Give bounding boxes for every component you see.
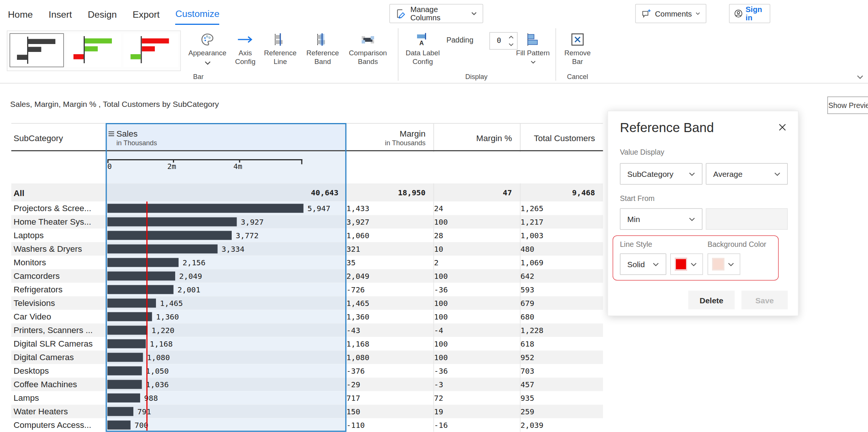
- bar-style-thumbnail-red-green[interactable]: [124, 33, 178, 67]
- sales-value-label: 2,001: [177, 283, 200, 297]
- padding-input[interactable]: [496, 36, 509, 46]
- row-sales-cell: 2,001: [106, 283, 347, 297]
- delete-button[interactable]: Delete: [688, 291, 735, 310]
- manage-columns-button[interactable]: Manage Columns: [390, 4, 483, 23]
- value-display-aggregation-dropdown[interactable]: Average: [706, 163, 788, 185]
- ribbon-separator: [398, 28, 399, 81]
- menu-home[interactable]: Home: [8, 3, 33, 24]
- save-button[interactable]: Save: [741, 291, 788, 310]
- table-row[interactable]: Washers & Dryers 3,334 321 10 480: [11, 242, 603, 256]
- start-from-value-input[interactable]: [706, 208, 788, 230]
- table-row[interactable]: Projectors & Scree... 5,947 1,433 24 1,2…: [11, 202, 603, 215]
- background-color-label: Background Color: [708, 240, 766, 249]
- background-color-dropdown[interactable]: [708, 254, 740, 275]
- chevron-down-icon: [472, 12, 477, 15]
- close-icon[interactable]: [778, 123, 787, 132]
- row-margin: -29: [347, 378, 434, 391]
- table-row[interactable]: Digital SLR Cameras 1,168 1,168 100 618: [11, 337, 603, 351]
- show-preview-button[interactable]: Show Preview: [827, 97, 868, 114]
- table-row[interactable]: Monitors 2,156 35 2 1,069: [11, 256, 603, 269]
- row-customers: 618: [520, 337, 603, 351]
- sales-value-label: 1,465: [160, 297, 183, 310]
- header-margin[interactable]: Margin in Thousands: [347, 124, 434, 152]
- header-sales-subtitle: in Thousands: [108, 139, 347, 147]
- comparison-bands-button[interactable]: Comparison Bands: [344, 32, 392, 66]
- sales-bar: [107, 312, 152, 321]
- padding-stepper[interactable]: [489, 32, 518, 50]
- table-header: SubCategory Sales in Thousands Margin in…: [11, 123, 603, 152]
- row-margin: 1,060: [347, 229, 434, 242]
- header-total-customers[interactable]: Total Customers: [520, 124, 603, 152]
- sales-value-label: 3,772: [236, 229, 259, 242]
- svg-text:A: A: [419, 40, 424, 46]
- remove-bar-button[interactable]: Remove Bar: [560, 32, 595, 66]
- sales-value-label: 3,927: [241, 215, 264, 229]
- table-row[interactable]: Desktops 1,050 -376 -36 703: [11, 364, 603, 378]
- sales-value-label: 2,049: [179, 269, 202, 283]
- table-row-all[interactable]: All 40,643 18,950 47 9,468: [11, 184, 603, 202]
- data-label-config-button[interactable]: A Data Label Config: [403, 32, 443, 66]
- line-style-dropdown[interactable]: Solid: [620, 254, 666, 275]
- table-row[interactable]: Water Heaters 791 150 19 259: [11, 405, 603, 418]
- table-row[interactable]: Refrigerators 2,001 -726 -36 593: [11, 283, 603, 297]
- row-sales-cell: 988: [106, 391, 347, 405]
- row-sales-cell: 2,156: [106, 256, 347, 269]
- menu-design[interactable]: Design: [88, 3, 117, 24]
- comments-button[interactable]: Comments: [635, 4, 706, 23]
- bar-style-thumbnail-gray[interactable]: [10, 33, 64, 67]
- table-row[interactable]: Televisions 1,465 1,465 100 679: [11, 297, 603, 310]
- value-display-field-dropdown[interactable]: SubCategory: [620, 163, 703, 185]
- chevron-down-icon: [774, 172, 781, 176]
- row-margin-pct: -36: [434, 283, 520, 297]
- row-margin: 1,080: [347, 351, 434, 364]
- menu-customize[interactable]: Customize: [176, 2, 220, 24]
- bar-style-thumbnail-green-red[interactable]: [67, 33, 121, 67]
- table-row[interactable]: Computers Access... 700 -110 -16 2,039: [11, 418, 603, 432]
- reference-band-button[interactable]: Reference Band: [305, 32, 341, 66]
- start-from-dropdown[interactable]: Min: [620, 208, 703, 230]
- row-category: All: [11, 184, 106, 202]
- reference-band-label: Reference Band: [305, 49, 341, 66]
- table-row[interactable]: Camcorders 2,049 2,049 100 642: [11, 269, 603, 283]
- fill-pattern-button[interactable]: Fill Pattern: [516, 32, 550, 66]
- sales-value-label: 1,168: [150, 337, 173, 351]
- line-color-dropdown[interactable]: [670, 254, 703, 275]
- drag-handle-icon[interactable]: [108, 131, 115, 136]
- axis-config-button[interactable]: Axis Config: [231, 32, 260, 66]
- appearance-button[interactable]: Appearance: [186, 32, 228, 68]
- header-margin-pct[interactable]: Margin %: [434, 124, 520, 152]
- data-label-config-label: Data Label Config: [403, 49, 443, 66]
- reference-line-button[interactable]: Reference Line: [262, 32, 298, 66]
- table-row[interactable]: Lamps 988 717 72 935: [11, 391, 603, 405]
- stepper-down-icon[interactable]: [509, 43, 514, 46]
- row-sales-cell: 1,036: [106, 378, 347, 391]
- line-color-swatch: [675, 258, 687, 271]
- row-sales-cell: 3,927: [106, 215, 347, 229]
- header-subcategory[interactable]: SubCategory: [11, 124, 106, 152]
- table-row[interactable]: Home Theater Sys... 3,927 3,927 100 1,21…: [11, 215, 603, 229]
- header-sales[interactable]: Sales in Thousands: [106, 124, 347, 152]
- row-sales-cell: 1,168: [106, 337, 347, 351]
- row-sales-cell: 40,643: [106, 184, 347, 202]
- stepper-up-icon[interactable]: [509, 36, 514, 39]
- row-margin-pct: 100: [434, 337, 520, 351]
- menu-export[interactable]: Export: [133, 3, 160, 24]
- menu-insert[interactable]: Insert: [49, 3, 72, 24]
- row-customers: 680: [520, 310, 603, 324]
- table-row[interactable]: Coffee Machines 1,036 -29 -3 457: [11, 378, 603, 391]
- table-row[interactable]: Laptops 3,772 1,060 28 1,003: [11, 229, 603, 242]
- ribbon-toolbar: Appearance Axis Config Reference Line Re…: [0, 27, 868, 84]
- visual-title: Sales, Margin, Margin % , Total Customer…: [10, 99, 219, 108]
- group-label-cancel: Cancel: [561, 73, 594, 81]
- bar-style-gallery: [7, 30, 181, 71]
- axis-tick-4m: 4m: [234, 162, 242, 171]
- table-row[interactable]: Digital Cameras 1,080 1,080 100 952: [11, 351, 603, 364]
- row-margin-pct: 100: [434, 297, 520, 310]
- table-row[interactable]: Printers, Scanners ... 1,220 -43 -4 1,22…: [11, 324, 603, 337]
- row-customers: 1,217: [520, 215, 603, 229]
- collapse-ribbon-icon[interactable]: [857, 75, 863, 79]
- table-row[interactable]: Car Video 1,360 1,360 100 680: [11, 310, 603, 324]
- reference-line-label: Reference Line: [262, 49, 298, 66]
- sign-in-button[interactable]: Sign in: [729, 4, 770, 23]
- row-customers: 2,039: [520, 418, 603, 432]
